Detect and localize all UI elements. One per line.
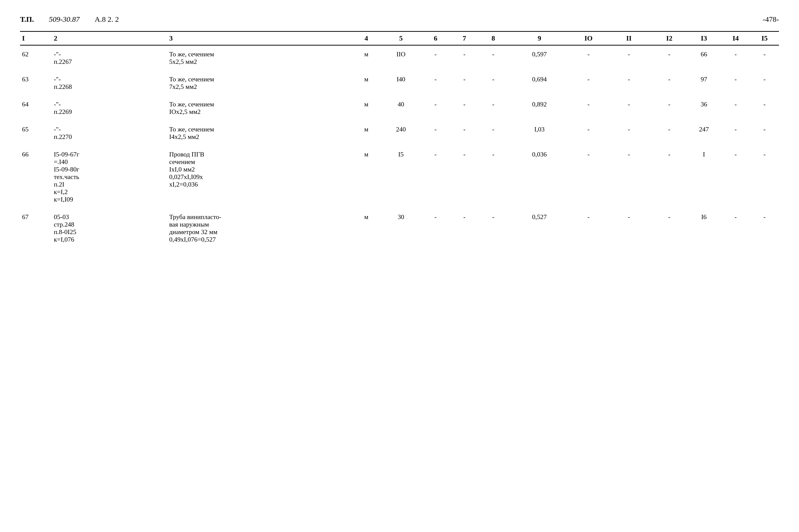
col-header-2: 2 [52, 32, 167, 45]
col-header-3: 3 [167, 32, 352, 45]
spacer-row [20, 146, 779, 148]
col-header-12: I2 [652, 32, 687, 45]
table-cell: IIO [381, 48, 421, 69]
spacer-row [20, 208, 779, 210]
table-cell: - [606, 73, 652, 94]
spacer-row-bottom [20, 94, 779, 96]
table-cell: 63 [20, 73, 52, 94]
az-label: А.8 2. 2 [95, 15, 119, 23]
main-table: I 2 3 4 5 6 7 8 9 IO II I2 I3 I4 I5 62-"… [20, 31, 779, 248]
table-row: 62-"-п.2267То же, сечением5х2,5 мм2мIIO-… [20, 48, 779, 69]
table-cell: - [571, 73, 606, 94]
table-cell: 0,597 [508, 48, 571, 69]
table-cell: 64 [20, 98, 52, 119]
table-cell: м [352, 48, 381, 69]
table-cell: - [421, 148, 450, 206]
table-cell: м [352, 210, 381, 246]
table-cell: - [606, 123, 652, 144]
table-cell: - [421, 98, 450, 119]
table-cell: 0,892 [508, 98, 571, 119]
table-cell: - [721, 210, 750, 246]
table-cell: - [652, 148, 687, 206]
table-cell: - [721, 73, 750, 94]
table-cell: - [450, 148, 479, 206]
table-cell: 66 [687, 48, 721, 69]
table-cell: - [652, 210, 687, 246]
table-cell: - [450, 48, 479, 69]
col-header-6: 6 [421, 32, 450, 45]
doc-number: 509-30.87 [49, 15, 80, 23]
col-header-5: 5 [381, 32, 421, 45]
table-cell: - [421, 73, 450, 94]
col-header-10: IO [571, 32, 606, 45]
table-cell: -"-п.2270 [52, 123, 167, 144]
table-cell: Труба винипласто-вая наружнымдиаметром 3… [167, 210, 352, 246]
tp-label: Т.П. [20, 15, 34, 23]
table-cell: - [450, 210, 479, 246]
table-cell: - [450, 123, 479, 144]
table-cell: - [571, 48, 606, 69]
table-cell: - [750, 123, 779, 144]
table-cell: -"-п.2269 [52, 98, 167, 119]
spacer-row-bottom [20, 144, 779, 146]
table-cell: - [421, 48, 450, 69]
table-cell: 05-03стр.248п.8-0I25к=I,076 [52, 210, 167, 246]
spacer-row [20, 96, 779, 98]
table-cell: 247 [687, 123, 721, 144]
table-row: 6705-03стр.248п.8-0I25к=I,076Труба винип… [20, 210, 779, 246]
col-header-8: 8 [479, 32, 508, 45]
spacer-row-bottom [20, 246, 779, 248]
table-cell: - [721, 148, 750, 206]
table-cell: I40 [381, 73, 421, 94]
table-cell: 65 [20, 123, 52, 144]
table-cell: 30 [381, 210, 421, 246]
table-cell: - [721, 48, 750, 69]
spacer-row [20, 71, 779, 73]
table-cell: - [750, 148, 779, 206]
page-header: Т.П. 509-30.87 А.8 2. 2 -478- [20, 15, 779, 23]
table-cell: м [352, 98, 381, 119]
table-cell: - [479, 123, 508, 144]
col-header-7: 7 [450, 32, 479, 45]
table-cell: - [450, 98, 479, 119]
table-cell: - [652, 98, 687, 119]
table-cell: м [352, 123, 381, 144]
table-cell: 0,694 [508, 73, 571, 94]
col-header-9: 9 [508, 32, 571, 45]
column-header-row: I 2 3 4 5 6 7 8 9 IO II I2 I3 I4 I5 [20, 32, 779, 45]
table-cell: -"-п.2268 [52, 73, 167, 94]
table-cell: - [479, 148, 508, 206]
table-cell: - [479, 98, 508, 119]
table-cell: - [606, 210, 652, 246]
table-cell: - [652, 48, 687, 69]
table-cell: Провод ПГВсечениемIхI,0 мм20,027хI,I09хх… [167, 148, 352, 206]
table-row: 64-"-п.2269То же, сечениемIОх2,5 мм2м40-… [20, 98, 779, 119]
col-header-13: I3 [687, 32, 721, 45]
table-cell: - [606, 148, 652, 206]
table-cell: 66 [20, 148, 52, 206]
table-cell: м [352, 73, 381, 94]
table-row: 65-"-п.2270То же, сечениемI4х2,5 мм2м240… [20, 123, 779, 144]
table-cell: 62 [20, 48, 52, 69]
table-cell: - [571, 148, 606, 206]
table-cell: - [606, 48, 652, 69]
table-cell: I5-09-67г=.I40I5-09-80гтех.частьп.2Iк=I,… [52, 148, 167, 206]
table-cell: То же, сечением5х2,5 мм2 [167, 48, 352, 69]
table-cell: 0,036 [508, 148, 571, 206]
table-cell: I,03 [508, 123, 571, 144]
table-cell: - [652, 73, 687, 94]
table-cell: - [750, 210, 779, 246]
table-cell: I6 [687, 210, 721, 246]
table-cell: - [479, 48, 508, 69]
table-cell: 67 [20, 210, 52, 246]
table-cell: То же, сечением7х2,5 мм2 [167, 73, 352, 94]
table-cell: - [721, 123, 750, 144]
table-cell: - [479, 73, 508, 94]
table-cell: - [571, 210, 606, 246]
table-cell: I5 [381, 148, 421, 206]
table-cell: - [652, 123, 687, 144]
table-cell: - [571, 123, 606, 144]
table-cell: - [606, 98, 652, 119]
table-cell: 0,527 [508, 210, 571, 246]
table-cell: - [479, 210, 508, 246]
